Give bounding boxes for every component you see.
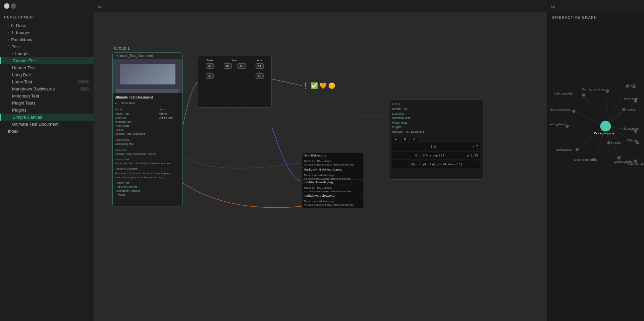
graph-node-slides[interactable]: Slides — [622, 108, 635, 112]
node-html-below[interactable]: Html Below.png This is an HTML image.It'… — [302, 153, 364, 168]
svg-line-0 — [605, 86, 627, 126]
svg-point-43 — [600, 121, 611, 132]
canvas-area[interactable]: Group 1 Ultimate_Test_Document Ultimate … — [94, 12, 547, 321]
svg-line-2 — [584, 95, 606, 126]
flow-box-b1: b1 — [224, 63, 232, 69]
graph-node-format-converter[interactable]: Format converter — [582, 88, 609, 93]
sidebar-item-test[interactable]: ˅ Test — [0, 43, 94, 50]
graph-node-slash-commands[interactable]: Slash commands — [574, 158, 597, 162]
math-formula-1: 1÷2 > 7 — [392, 143, 480, 150]
flow-box-a2: a2 — [256, 73, 264, 79]
sidebar-item-mindmap-test[interactable]: Mindmap Test — [0, 92, 94, 100]
svg-text:Note composer: Note composer — [550, 108, 570, 111]
graph-area[interactable]: Tags Format converter Audio recorder Not… — [547, 21, 644, 321]
svg-text:Audio recorder: Audio recorder — [554, 92, 574, 95]
sidebar-item-images[interactable]: › 1. Images — [0, 29, 94, 36]
svg-point-15 — [626, 84, 629, 88]
svg-text:Slides: Slides — [627, 108, 635, 112]
sidebar-item-label: 1. Images — [11, 30, 30, 35]
block-link-value: Ultimate_Test_Document > ^6a404 — [115, 152, 180, 156]
vault-header: DEVELOPMENT ⌃ — [0, 12, 94, 21]
flow-arrow-right: → — [233, 65, 236, 68]
sidebar-item-label: Canvas Test — [13, 58, 37, 63]
graph-left-nav[interactable]: ‹ — [556, 124, 558, 128]
directory-label: ...directories... — [115, 138, 180, 142]
sidebar-item-excalidraw[interactable]: › Excalidraw — [0, 36, 94, 43]
node-markdown-below[interactable]: markdown-below.png This is a markdown im… — [302, 193, 364, 208]
graph-title: INTERACTIVE GRAPH — [547, 12, 644, 21]
svg-text:Format converter: Format converter — [582, 88, 605, 91]
file-table: File ⊕ author Header TestNathan Long Doc… — [115, 107, 180, 136]
svg-point-21 — [572, 110, 576, 113]
svg-point-27 — [566, 124, 569, 128]
sidebar-item-label: index — [8, 129, 18, 134]
graph-node-word-count[interactable]: Word count — [624, 97, 639, 103]
node-ultimate-test-document[interactable]: Ultimate_Test_Document Ultimate Test Doc… — [112, 52, 183, 206]
node-img-title: html-backwards.png — [302, 180, 364, 185]
sidebar-item-simple-canvas[interactable]: Simple Canvas — [0, 114, 94, 121]
sidebar-toggle-icon[interactable]: ⊞ — [98, 3, 102, 9]
node-img-title: Html Below.png — [302, 153, 364, 158]
math-formula-2: 0 = 2/4 + sqrt(4) ≥ 3.75 — [392, 152, 480, 159]
sidebar-item-loom-test[interactable]: Loom Test LOOM — [0, 78, 94, 85]
sidebar-item-images2[interactable]: › Imagès — [0, 50, 94, 57]
sidebar-item-markdown-backwards[interactable]: Markdown Backwards PNG — [0, 85, 94, 92]
toc-label: ▸ Table of Contents — [115, 167, 180, 171]
flow-arrow-down2: ↓ — [256, 70, 264, 73]
graph-node-audio-recorder[interactable]: Audio recorder — [554, 92, 586, 97]
sidebar-item-ultimate-test[interactable]: Ultimate Test Document — [0, 121, 94, 128]
sidebar-item-label: Long Doc — [12, 72, 31, 77]
dark-mode-icon[interactable] — [11, 3, 16, 9]
svg-text:Slash commands: Slash commands — [574, 158, 597, 162]
node-flow-diagram[interactable]: three c1 ↓ c2 two b1 → b2 on — [198, 56, 272, 108]
svg-point-23 — [622, 108, 626, 111]
sidebar-item-canvas-test[interactable]: Canvas Test — [0, 57, 94, 64]
node-ultimate-heading: Ultimate Test Document — [115, 95, 180, 100]
main-content: ⊞ Group 1 Ultimate_Test_Document Ultimat… — [94, 0, 547, 321]
node-math-table[interactable]: File ⊕ Header TestLong DocMindmap TestPl… — [389, 99, 483, 180]
graph-node-workspaces[interactable]: Workspaces — [555, 148, 579, 151]
sidebar-nav: › 0. Docs › 1. Images › Excalidraw ˅ Tes… — [0, 21, 94, 321]
graph-node-file-recovery[interactable]: File recovery — [622, 127, 640, 133]
sidebar-item-label: Plugin Tests — [12, 101, 36, 106]
sidebar-item-long-doc[interactable]: Long Doc — [0, 71, 94, 78]
sidebar-item-plugins[interactable]: Plugins — [0, 107, 94, 114]
light-mode-icon[interactable] — [4, 3, 9, 9]
theme-toggle[interactable] — [4, 3, 16, 9]
right-sidebar: ⊞ INTERACTIVE GRAPH Tags — [547, 0, 644, 321]
toc-items: • Other Files• Table of Contents• Markdo… — [115, 181, 180, 197]
node-img-title: Markdown Backwards.png — [302, 167, 364, 172]
flow-col-three: three c1 ↓ c2 — [206, 59, 214, 80]
graph-node-outline[interactable]: Outline — [607, 141, 621, 145]
graph-expand-icon[interactable]: ↗ — [632, 83, 636, 87]
graph-node-core-plugins[interactable]: Core plugins — [594, 121, 614, 135]
flow-col-label: three — [206, 59, 214, 62]
directory-items: Embedding files — [115, 142, 180, 146]
graph-node-note-composer[interactable]: Note composer — [550, 108, 576, 113]
right-sidebar-toggle-icon[interactable]: ⊞ — [551, 3, 555, 9]
vault-title: DEVELOPMENT — [4, 15, 35, 19]
chevron-icon: › — [8, 38, 9, 42]
file-label: File ⊕ — [392, 102, 480, 106]
sidebar-item-docs[interactable]: › 0. Docs — [0, 22, 94, 29]
sidebar-item-label: Test — [12, 44, 20, 49]
main-toolbar: ⊞ — [94, 0, 547, 12]
sidebar-item-plugin-tests[interactable]: Plugin Tests — [0, 100, 94, 107]
vault-collapse-icon[interactable]: ⌃ — [86, 15, 90, 19]
node-ultimate-body: Ultimate Test Document ▸ 1. Other Files … — [113, 93, 182, 199]
sidebar-item-header-test[interactable]: Header Test — [0, 64, 94, 71]
sidebar-item-label: Markdown Backwards — [12, 86, 55, 91]
loom-badge: LOOM — [77, 80, 90, 84]
sidebar-header — [0, 0, 94, 12]
node-html-backwards[interactable]: html-backwards.png This is an HTML image… — [302, 180, 364, 195]
flow-arrow-down: ↓ — [206, 70, 214, 73]
sidebar-item-label: Loom Test — [12, 79, 32, 84]
node-emoji-icons[interactable]: ❗ ✅ 🧡 😊 — [302, 77, 335, 94]
chevron-icon: › — [8, 24, 9, 27]
sidebar-item-index[interactable]: index — [0, 128, 94, 135]
chevron-icon: ˅ — [8, 45, 10, 49]
graph-node-color-palette[interactable]: color palette — [549, 123, 569, 128]
svg-line-9 — [577, 126, 606, 149]
graph-node-ribbon[interactable]: Ribbon — [627, 139, 639, 144]
svg-line-5 — [605, 101, 636, 126]
